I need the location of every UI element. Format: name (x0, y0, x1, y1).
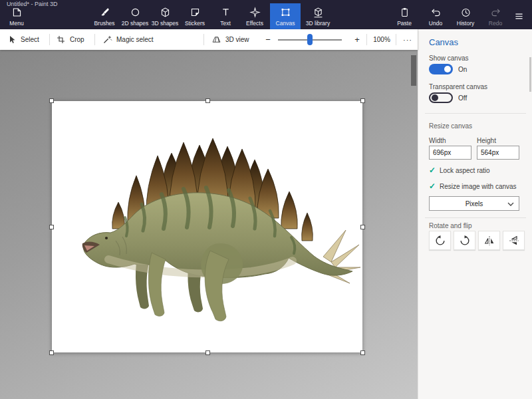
3d-view-button[interactable]: 3D view (211, 29, 249, 50)
action-label: Redo (489, 20, 502, 27)
redo-icon (490, 7, 501, 18)
units-value: Pixels (466, 200, 483, 207)
divider (203, 34, 204, 45)
zoom-slider-thumb[interactable] (307, 34, 313, 45)
vertical-scrollbar-thumb[interactable] (411, 55, 416, 86)
menu-button[interactable]: Menu (1, 3, 32, 29)
selection-handle[interactable] (49, 350, 54, 355)
tab-canvas[interactable]: Canvas (270, 3, 301, 29)
zoom-in-button[interactable]: + (351, 29, 363, 50)
selection-handle[interactable] (49, 98, 54, 103)
paste-icon (399, 7, 410, 18)
width-input[interactable] (429, 146, 471, 160)
transparent-canvas-toggle[interactable] (429, 92, 453, 103)
zoom-value-label: 100% (373, 36, 390, 43)
rotate-right-icon (459, 235, 471, 247)
panel-title: Canvas (429, 37, 458, 47)
tab-label: Canvas (276, 20, 295, 27)
show-canvas-state: On (458, 66, 467, 73)
toggle-knob (432, 94, 438, 101)
crop-tool-button[interactable]: Crop (56, 29, 84, 50)
zoom-value[interactable]: 100% (370, 29, 394, 50)
workspace (0, 50, 418, 399)
width-label: Width (429, 137, 446, 144)
menu-icon (11, 7, 23, 18)
rotate-right-button[interactable] (454, 231, 475, 250)
divider (425, 217, 526, 218)
stickers-icon (190, 7, 201, 18)
selection-handle[interactable] (360, 350, 365, 355)
divider (425, 113, 526, 114)
tab-3d-shapes[interactable]: 3D shapes (150, 3, 180, 29)
tab-label: 3D library (306, 20, 330, 27)
hamburger-icon (513, 11, 525, 22)
flip-vertical-button[interactable] (503, 231, 525, 250)
tab-2d-shapes[interactable]: 2D shapes (120, 3, 150, 29)
divider (94, 34, 95, 45)
selection-handle[interactable] (360, 225, 365, 229)
stegosaurus-image (52, 101, 362, 352)
tab-label: 2D shapes (122, 20, 149, 27)
tab-label: 3D shapes (152, 20, 179, 27)
toggle-knob (444, 66, 451, 72)
rotate-left-button[interactable] (429, 231, 451, 250)
more-icon: ··· (403, 36, 412, 44)
brush-icon (99, 7, 110, 18)
effects-icon (249, 7, 261, 18)
tab-3d-library[interactable]: 3D library (301, 3, 335, 29)
tab-effects[interactable]: Effects (239, 3, 270, 29)
selection-handle[interactable] (49, 225, 54, 229)
tab-text[interactable]: Text (210, 3, 241, 29)
transparent-canvas-label: Transparent canvas (429, 83, 487, 90)
paste-button[interactable]: Paste (389, 3, 420, 29)
tab-brushes[interactable]: Brushes (89, 3, 120, 29)
rotate-left-icon (434, 235, 446, 247)
zoom-out-button[interactable]: − (262, 29, 274, 50)
select-tool-button[interactable]: Select (7, 29, 39, 50)
flip-vertical-icon (508, 235, 520, 247)
expand-ribbon-button[interactable] (508, 3, 529, 29)
undo-button[interactable]: Undo (420, 3, 451, 29)
magic-wand-icon (102, 35, 112, 45)
redo-button[interactable]: Redo (480, 3, 511, 29)
history-button[interactable]: History (450, 3, 481, 29)
panel-scrollbar-thumb[interactable] (529, 57, 531, 92)
tab-label: Brushes (94, 20, 114, 27)
divider (396, 34, 396, 45)
tool-options-bar: Select Crop Magic select 3D view − + 10 (0, 29, 418, 50)
3d-library-icon (313, 7, 324, 18)
action-label: History (457, 20, 474, 27)
text-icon (220, 7, 231, 18)
plus-icon: + (354, 35, 360, 45)
action-label: Paste (397, 20, 412, 27)
selection-handle[interactable] (205, 350, 210, 355)
zoom-slider[interactable] (278, 29, 342, 50)
undo-icon (430, 7, 442, 18)
selection-handle[interactable] (205, 98, 210, 103)
flip-horizontal-button[interactable] (478, 231, 500, 250)
resize-image-checkbox[interactable]: ✓ (429, 182, 436, 191)
magic-select-label: Magic select (116, 36, 154, 43)
tab-stickers[interactable]: Stickers (180, 3, 210, 29)
tab-label: Effects (246, 20, 263, 27)
height-input[interactable] (477, 146, 519, 160)
history-icon (460, 7, 471, 18)
action-label: Undo (429, 20, 442, 27)
height-label: Height (477, 137, 496, 144)
canvas-icon (280, 7, 291, 18)
canvas-panel: Canvas Show canvas On Transparent canvas… (418, 29, 532, 399)
more-options-button[interactable]: ··· (400, 29, 415, 50)
resize-image-label: Resize image with canvas (440, 183, 517, 190)
select-cursor-icon (7, 35, 17, 45)
selection-handle[interactable] (360, 98, 365, 103)
units-dropdown[interactable]: Pixels (429, 196, 519, 211)
drawing-canvas[interactable] (52, 101, 362, 352)
rotate-flip-title: Rotate and flip (429, 222, 472, 229)
show-canvas-toggle[interactable] (429, 64, 453, 74)
3d-view-icon (211, 35, 221, 45)
2d-shapes-icon (130, 7, 141, 18)
select-label: Select (21, 36, 39, 43)
lock-aspect-checkbox[interactable]: ✓ (429, 166, 436, 175)
magic-select-button[interactable]: Magic select (102, 29, 154, 50)
tab-label: Stickers (185, 20, 205, 27)
